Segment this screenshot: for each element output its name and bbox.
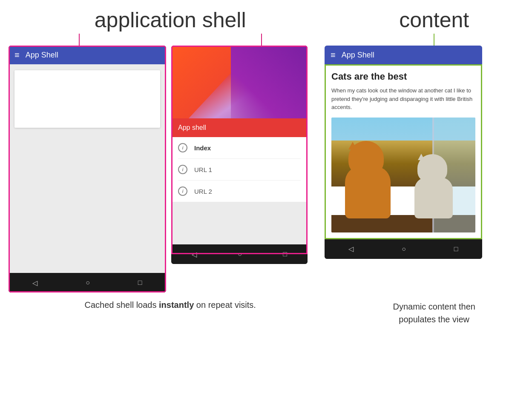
nav-item-url1[interactable]: i URL 1 xyxy=(171,159,308,180)
content-heading: content xyxy=(399,9,469,32)
right-phone: ≡ App Shell Cats are the best When my ca… xyxy=(325,46,482,259)
app-shell-banner: App shell xyxy=(171,118,308,137)
url1-label: URL 1 xyxy=(194,166,212,173)
middle-phone: App shell i Index i URL 1 xyxy=(171,46,308,264)
info-icon-2: i xyxy=(178,165,187,174)
nav-items: i Index i URL 1 i URL 2 xyxy=(171,137,308,202)
back-button-right[interactable]: ◁ xyxy=(348,245,354,253)
back-button-middle[interactable]: ◁ xyxy=(192,250,197,258)
back-button-left[interactable]: ◁ xyxy=(32,279,37,287)
cat-image xyxy=(331,118,475,232)
right-bottom-nav: ◁ ○ □ xyxy=(325,239,482,259)
right-connector-line xyxy=(261,34,262,46)
right-app-bar-title: App Shell xyxy=(342,51,374,60)
right-content-area: Cats are the best When my cats look out … xyxy=(325,64,482,239)
nav-item-index[interactable]: i Index xyxy=(171,137,308,158)
left-app-bar: ≡ App Shell xyxy=(9,46,166,64)
content-text: When my cats look out the window at anot… xyxy=(331,86,475,112)
left-app-bar-title: App Shell xyxy=(26,51,58,60)
left-content-box xyxy=(14,70,160,128)
home-button-middle[interactable]: ○ xyxy=(238,250,242,258)
instantly-bold: instantly xyxy=(159,300,194,310)
middle-bottom-nav: ◁ ○ □ xyxy=(171,244,308,264)
home-button-right[interactable]: ○ xyxy=(402,245,406,253)
info-icon-3: i xyxy=(178,186,187,196)
index-label: Index xyxy=(194,144,211,152)
hamburger-icon-right: ≡ xyxy=(331,50,336,60)
content-connector-line xyxy=(434,34,434,46)
left-connector-line xyxy=(79,34,80,46)
info-icon-1: i xyxy=(178,143,187,152)
colorful-header: App shell xyxy=(171,46,308,137)
url2-label: URL 2 xyxy=(194,188,212,195)
recent-button-left[interactable]: □ xyxy=(138,279,142,287)
right-app-bar: ≡ App Shell xyxy=(325,46,482,64)
content-title: Cats are the best xyxy=(331,71,475,82)
home-button-left[interactable]: ○ xyxy=(86,279,90,287)
left-bottom-nav: ◁ ○ □ xyxy=(9,273,166,293)
recent-button-middle[interactable]: □ xyxy=(283,250,287,258)
left-caption: Cached shell loads instantly on repeat v… xyxy=(84,300,256,310)
right-caption: Dynamic content then populates the view xyxy=(393,300,475,326)
left-phone: ≡ App Shell ◁ ○ □ xyxy=(9,46,166,293)
nav-item-url2[interactable]: i URL 2 xyxy=(171,181,308,202)
recent-button-right[interactable]: □ xyxy=(454,245,458,253)
hamburger-icon-left: ≡ xyxy=(14,50,20,60)
app-shell-heading: application shell xyxy=(95,9,246,32)
